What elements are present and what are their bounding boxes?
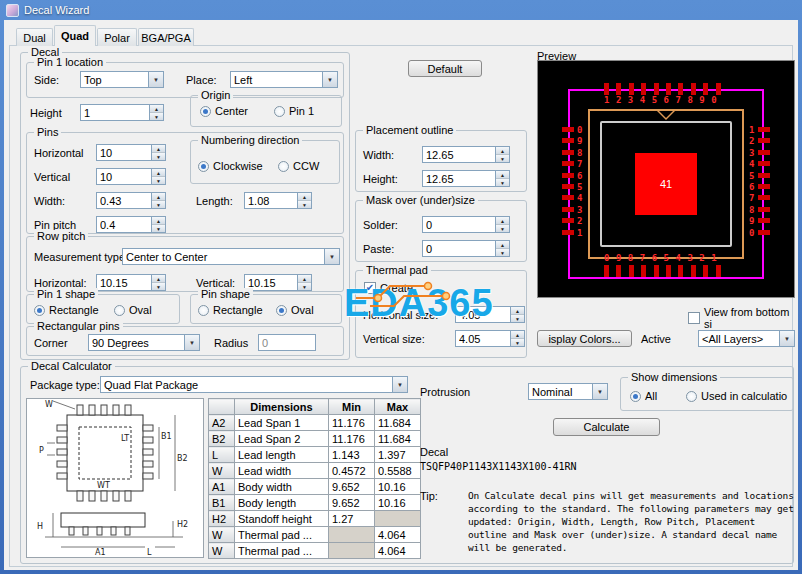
- row-pitch-vertical-field[interactable]: ▲▼: [244, 274, 312, 291]
- spin-down-icon[interactable]: ▼: [511, 339, 524, 346]
- table-header-row: Dimensions Min Max: [209, 399, 421, 415]
- spin-down-icon[interactable]: ▼: [298, 283, 311, 290]
- calculate-button[interactable]: Calculate: [553, 418, 660, 436]
- spin-down-icon[interactable]: ▼: [298, 201, 311, 208]
- pins-label: Pins: [34, 126, 61, 138]
- spin-down-icon[interactable]: ▼: [150, 113, 163, 120]
- protrusion-select[interactable]: Nominal ▼: [528, 383, 608, 400]
- row-pitch-horizontal-field[interactable]: ▲▼: [96, 274, 166, 291]
- placement-width-label: Width:: [363, 149, 394, 161]
- placement-height-field[interactable]: ▲▼: [422, 170, 510, 187]
- radio-pin1-rectangle[interactable]: Rectangle: [34, 304, 99, 316]
- paste-label: Paste:: [363, 243, 394, 255]
- pin1-location-label: Pin 1 location: [34, 56, 106, 68]
- spin-down-icon[interactable]: ▼: [496, 249, 509, 256]
- diagram-label-l: L: [147, 548, 152, 557]
- spin-up-icon[interactable]: ▲: [496, 241, 509, 249]
- corner-select[interactable]: 90 Degrees ▼: [88, 334, 200, 351]
- default-button[interactable]: Default: [408, 60, 482, 77]
- radius-label: Radius: [214, 337, 248, 349]
- thermal-horizontal-field[interactable]: ▲▼: [455, 306, 525, 323]
- package-type-select[interactable]: Quad Flat Package ▼: [100, 376, 408, 393]
- spin-up-icon[interactable]: ▲: [152, 275, 165, 283]
- tip-label: Tip:: [420, 490, 438, 502]
- height-field[interactable]: ▲▼: [80, 104, 164, 121]
- radio-pin1-oval[interactable]: Oval: [114, 304, 152, 316]
- title-bar[interactable]: Decal Wizard: [0, 0, 802, 20]
- paste-field[interactable]: ▲▼: [422, 240, 510, 257]
- pins-width-field[interactable]: ▲▼: [96, 192, 166, 209]
- dimensions-table: Dimensions Min Max A2 Lead Span 1 11.176…: [208, 398, 421, 559]
- spin-up-icon[interactable]: ▲: [150, 105, 163, 113]
- spin-down-icon[interactable]: ▼: [152, 283, 165, 290]
- preview-digits-right: 1 2 3 4 5 6 7 8 9 0: [749, 125, 754, 239]
- spin-up-icon[interactable]: ▲: [152, 145, 165, 153]
- preview-pin1-notch-inner: [659, 111, 673, 118]
- radius-field[interactable]: 0: [258, 334, 316, 351]
- spin-up-icon[interactable]: ▲: [496, 147, 509, 155]
- thermal-pad-label: Thermal pad: [363, 264, 431, 276]
- spin-down-icon[interactable]: ▼: [496, 155, 509, 162]
- solder-label: Solder:: [363, 219, 398, 231]
- placement-outline-label: Placement outline: [363, 124, 456, 136]
- side-select[interactable]: Top ▼: [80, 71, 164, 88]
- spin-up-icon[interactable]: ▲: [496, 171, 509, 179]
- spin-up-icon[interactable]: ▲: [511, 331, 524, 339]
- layers-select[interactable]: <All Layers> ▼: [698, 330, 795, 347]
- tab-quad[interactable]: Quad: [54, 25, 96, 46]
- spin-down-icon[interactable]: ▼: [152, 201, 165, 208]
- package-diagram: W P LT B1 B2 WT H A1 H2 L: [26, 398, 204, 558]
- height-label: Height: [30, 107, 62, 119]
- decal-calculator-label: Decal Calculator: [28, 360, 115, 372]
- dropdown-arrow-icon: ▼: [592, 384, 607, 399]
- height-input[interactable]: [81, 105, 149, 120]
- radio-show-used[interactable]: Used in calculatio: [686, 390, 787, 402]
- spin-down-icon[interactable]: ▼: [152, 225, 165, 232]
- spin-down-icon[interactable]: ▼: [496, 225, 509, 232]
- spin-up-icon[interactable]: ▲: [496, 217, 509, 225]
- spin-up-icon[interactable]: ▲: [298, 193, 311, 201]
- diagram-label-b1: B1: [161, 432, 172, 441]
- spin-up-icon[interactable]: ▲: [298, 275, 311, 283]
- preview-pads-left: [562, 127, 574, 241]
- view-from-bottom-checkbox[interactable]: View from bottom si: [688, 306, 798, 330]
- pins-vertical-field[interactable]: ▲▼: [96, 168, 166, 185]
- radio-pin-oval[interactable]: Oval: [276, 304, 314, 316]
- pin-pitch-field[interactable]: ▲▼: [96, 216, 166, 233]
- tab-bga-pga[interactable]: BGA/PGA: [138, 28, 194, 46]
- decal-wizard-window: Decal Wizard Dual Quad Polar BGA/PGA Dec…: [0, 0, 802, 574]
- radio-clockwise[interactable]: Clockwise: [198, 160, 263, 172]
- spin-up-icon[interactable]: ▲: [152, 217, 165, 225]
- pins-length-field[interactable]: ▲▼: [244, 192, 312, 209]
- pins-horizontal-field[interactable]: ▲▼: [96, 144, 166, 161]
- radio-origin-pin1[interactable]: Pin 1: [274, 105, 314, 117]
- tab-polar[interactable]: Polar: [97, 28, 137, 46]
- spin-up-icon[interactable]: ▲: [152, 193, 165, 201]
- create-checkbox[interactable]: ✔Create: [364, 282, 413, 294]
- thermal-vertical-label: Vertical size:: [363, 333, 425, 345]
- tab-dual[interactable]: Dual: [16, 28, 53, 46]
- dropdown-arrow-icon: ▼: [779, 331, 794, 346]
- spin-down-icon[interactable]: ▼: [152, 177, 165, 184]
- spin-down-icon[interactable]: ▼: [511, 315, 524, 322]
- header-code: [209, 399, 235, 415]
- solder-field[interactable]: ▲▼: [422, 216, 510, 233]
- radio-origin-center[interactable]: Center: [200, 105, 248, 117]
- measurement-type-label: Measurement type:: [34, 251, 128, 263]
- place-select[interactable]: Left ▼: [230, 71, 338, 88]
- numbering-direction-label: Numbering direction: [198, 134, 302, 146]
- dropdown-arrow-icon: ▼: [392, 377, 407, 392]
- spin-down-icon[interactable]: ▼: [496, 179, 509, 186]
- table-row: L Lead length 1.143 1.397: [209, 447, 421, 463]
- placement-width-field[interactable]: ▲▼: [422, 146, 510, 163]
- measurement-type-select[interactable]: Center to Center ▼: [122, 248, 340, 265]
- spin-up-icon[interactable]: ▲: [511, 307, 524, 315]
- radio-pin-rectangle[interactable]: Rectangle: [198, 304, 263, 316]
- spin-up-icon[interactable]: ▲: [152, 169, 165, 177]
- spin-down-icon[interactable]: ▼: [152, 153, 165, 160]
- table-row: B1 Body length 9.652 10.16: [209, 495, 421, 511]
- thermal-vertical-field[interactable]: ▲▼: [455, 330, 525, 347]
- radio-ccw[interactable]: CCW: [278, 160, 319, 172]
- radio-show-all[interactable]: All: [630, 390, 657, 402]
- display-colors-button[interactable]: isplay Colors...: [537, 330, 632, 347]
